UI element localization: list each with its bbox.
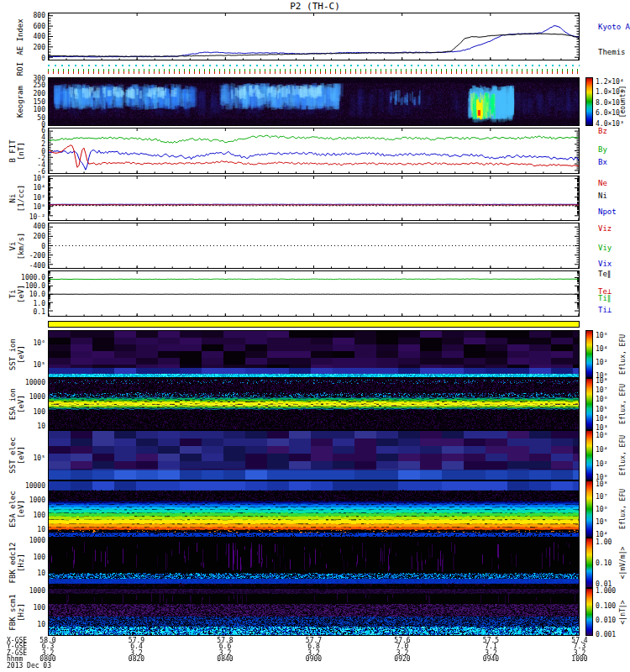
xaxis-value: 0820 — [118, 655, 155, 663]
xaxis-value: 0920 — [384, 655, 421, 663]
date-label: 2013 Dec 03 — [7, 662, 51, 669]
xaxis-value: 1000 — [561, 655, 598, 663]
xaxis-value: 0840 — [207, 655, 244, 663]
xaxis-value: 0940 — [473, 655, 510, 663]
xaxis-value: 0900 — [296, 655, 333, 663]
tplot-figure: P2 (TH-C) 8006004002000AE IndexKyoto AET… — [0, 0, 630, 672]
bottom-axis: X-GSE58.057.957.857.757.657.557.4Y-GSE6.… — [0, 0, 630, 672]
